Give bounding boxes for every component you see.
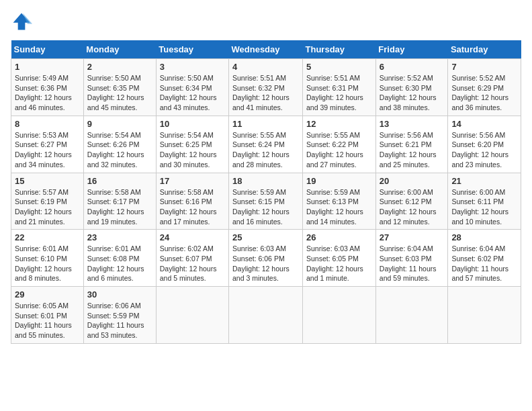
calendar-cell: 11Sunrise: 5:55 AM Sunset: 6:24 PM Dayli… (229, 116, 303, 173)
day-number: 5 (306, 62, 372, 72)
day-number: 12 (306, 119, 372, 129)
calendar-cell: 15Sunrise: 5:57 AM Sunset: 6:19 PM Dayli… (11, 173, 84, 230)
day-detail: Sunrise: 6:04 AM Sunset: 6:03 PM Dayligh… (380, 244, 445, 283)
day-detail: Sunrise: 5:52 AM Sunset: 6:30 PM Dayligh… (380, 73, 445, 113)
day-detail: Sunrise: 5:58 AM Sunset: 6:17 PM Dayligh… (87, 187, 152, 227)
day-number: 6 (380, 62, 445, 72)
logo (11, 11, 35, 32)
calendar-cell: 8Sunrise: 5:53 AM Sunset: 6:27 PM Daylig… (11, 116, 84, 173)
day-number: 16 (87, 176, 152, 186)
day-number: 4 (232, 62, 299, 72)
day-number: 22 (15, 232, 80, 242)
calendar-cell (229, 287, 303, 344)
day-detail: Sunrise: 5:49 AM Sunset: 6:36 PM Dayligh… (15, 73, 80, 113)
day-detail: Sunrise: 5:54 AM Sunset: 6:26 PM Dayligh… (87, 130, 152, 170)
day-detail: Sunrise: 6:05 AM Sunset: 6:01 PM Dayligh… (15, 301, 80, 340)
day-detail: Sunrise: 5:55 AM Sunset: 6:24 PM Dayligh… (232, 130, 299, 170)
day-number: 13 (380, 119, 445, 129)
day-detail: Sunrise: 5:59 AM Sunset: 6:13 PM Dayligh… (306, 187, 372, 227)
calendar-cell: 12Sunrise: 5:55 AM Sunset: 6:22 PM Dayli… (303, 116, 376, 173)
day-number: 17 (160, 176, 225, 186)
day-number: 2 (87, 62, 152, 72)
day-number: 24 (160, 232, 225, 242)
day-detail: Sunrise: 5:51 AM Sunset: 6:32 PM Dayligh… (232, 73, 299, 113)
calendar-cell (156, 287, 228, 344)
day-detail: Sunrise: 5:50 AM Sunset: 6:35 PM Dayligh… (87, 73, 152, 113)
day-detail: Sunrise: 6:01 AM Sunset: 6:08 PM Dayligh… (87, 244, 152, 283)
day-number: 27 (380, 232, 445, 242)
calendar-week-1: 1Sunrise: 5:49 AM Sunset: 6:36 PM Daylig… (11, 59, 521, 116)
day-number: 10 (160, 119, 225, 129)
calendar-week-2: 8Sunrise: 5:53 AM Sunset: 6:27 PM Daylig… (11, 116, 521, 173)
calendar-cell: 24Sunrise: 6:02 AM Sunset: 6:07 PM Dayli… (156, 230, 228, 287)
day-number: 7 (451, 62, 517, 72)
day-detail: Sunrise: 5:57 AM Sunset: 6:19 PM Dayligh… (15, 187, 80, 227)
calendar-cell: 25Sunrise: 6:03 AM Sunset: 6:06 PM Dayli… (229, 230, 303, 287)
day-detail: Sunrise: 5:54 AM Sunset: 6:25 PM Dayligh… (160, 130, 225, 170)
calendar-cell: 10Sunrise: 5:54 AM Sunset: 6:25 PM Dayli… (156, 116, 228, 173)
day-detail: Sunrise: 5:58 AM Sunset: 6:16 PM Dayligh… (160, 187, 225, 227)
calendar-cell: 27Sunrise: 6:04 AM Sunset: 6:03 PM Dayli… (375, 230, 448, 287)
calendar-cell: 17Sunrise: 5:58 AM Sunset: 6:16 PM Dayli… (156, 173, 228, 230)
day-number: 8 (15, 119, 80, 129)
day-number: 1 (15, 62, 80, 72)
day-number: 14 (451, 119, 517, 129)
day-header-monday: Monday (83, 40, 156, 59)
calendar-cell: 23Sunrise: 6:01 AM Sunset: 6:08 PM Dayli… (83, 230, 156, 287)
day-detail: Sunrise: 5:56 AM Sunset: 6:21 PM Dayligh… (380, 130, 445, 170)
day-number: 26 (306, 232, 372, 242)
day-detail: Sunrise: 5:56 AM Sunset: 6:20 PM Dayligh… (451, 130, 517, 170)
day-number: 23 (87, 232, 152, 242)
day-header-wednesday: Wednesday (229, 40, 303, 59)
day-header-saturday: Saturday (448, 40, 521, 59)
calendar-cell: 2Sunrise: 5:50 AM Sunset: 6:35 PM Daylig… (83, 59, 156, 116)
calendar-cell: 26Sunrise: 6:03 AM Sunset: 6:05 PM Dayli… (303, 230, 376, 287)
calendar-cell (375, 287, 448, 344)
calendar-body: 1Sunrise: 5:49 AM Sunset: 6:36 PM Daylig… (11, 59, 521, 344)
calendar-cell (448, 287, 521, 344)
day-number: 28 (451, 232, 517, 242)
calendar-header-row: SundayMondayTuesdayWednesdayThursdayFrid… (11, 40, 521, 59)
day-detail: Sunrise: 5:51 AM Sunset: 6:31 PM Dayligh… (306, 73, 372, 113)
day-detail: Sunrise: 6:02 AM Sunset: 6:07 PM Dayligh… (160, 244, 225, 283)
calendar-cell: 7Sunrise: 5:52 AM Sunset: 6:29 PM Daylig… (448, 59, 521, 116)
day-header-thursday: Thursday (303, 40, 376, 59)
day-number: 9 (87, 119, 152, 129)
day-detail: Sunrise: 6:00 AM Sunset: 6:12 PM Dayligh… (380, 187, 445, 227)
calendar-cell: 4Sunrise: 5:51 AM Sunset: 6:32 PM Daylig… (229, 59, 303, 116)
calendar-week-5: 29Sunrise: 6:05 AM Sunset: 6:01 PM Dayli… (11, 287, 521, 344)
day-detail: Sunrise: 5:59 AM Sunset: 6:15 PM Dayligh… (232, 187, 299, 227)
day-number: 20 (380, 176, 445, 186)
day-number: 21 (451, 176, 517, 186)
calendar-cell: 20Sunrise: 6:00 AM Sunset: 6:12 PM Dayli… (375, 173, 448, 230)
day-header-tuesday: Tuesday (156, 40, 228, 59)
day-number: 29 (15, 289, 80, 300)
day-detail: Sunrise: 5:52 AM Sunset: 6:29 PM Dayligh… (451, 73, 517, 113)
calendar-cell: 1Sunrise: 5:49 AM Sunset: 6:36 PM Daylig… (11, 59, 84, 116)
calendar-cell: 14Sunrise: 5:56 AM Sunset: 6:20 PM Dayli… (448, 116, 521, 173)
day-detail: Sunrise: 6:00 AM Sunset: 6:11 PM Dayligh… (451, 187, 517, 227)
day-number: 18 (232, 176, 299, 186)
calendar-cell: 5Sunrise: 5:51 AM Sunset: 6:31 PM Daylig… (303, 59, 376, 116)
day-detail: Sunrise: 5:53 AM Sunset: 6:27 PM Dayligh… (15, 130, 80, 170)
day-detail: Sunrise: 6:03 AM Sunset: 6:06 PM Dayligh… (232, 244, 299, 283)
day-number: 3 (160, 62, 225, 72)
day-header-friday: Friday (375, 40, 448, 59)
day-number: 15 (15, 176, 80, 186)
calendar-cell: 9Sunrise: 5:54 AM Sunset: 6:26 PM Daylig… (83, 116, 156, 173)
day-number: 11 (232, 119, 299, 129)
day-number: 25 (232, 232, 299, 242)
calendar-table: SundayMondayTuesdayWednesdayThursdayFrid… (11, 40, 521, 344)
day-detail: Sunrise: 6:06 AM Sunset: 5:59 PM Dayligh… (87, 301, 152, 340)
day-detail: Sunrise: 5:50 AM Sunset: 6:34 PM Dayligh… (160, 73, 225, 113)
day-detail: Sunrise: 6:03 AM Sunset: 6:05 PM Dayligh… (306, 244, 372, 283)
calendar-cell: 13Sunrise: 5:56 AM Sunset: 6:21 PM Dayli… (375, 116, 448, 173)
day-header-sunday: Sunday (11, 40, 84, 59)
calendar-header: SundayMondayTuesdayWednesdayThursdayFrid… (11, 40, 521, 59)
day-detail: Sunrise: 5:55 AM Sunset: 6:22 PM Dayligh… (306, 130, 372, 170)
calendar-cell: 30Sunrise: 6:06 AM Sunset: 5:59 PM Dayli… (83, 287, 156, 344)
calendar-week-3: 15Sunrise: 5:57 AM Sunset: 6:19 PM Dayli… (11, 173, 521, 230)
logo-icon (11, 11, 32, 32)
calendar-cell: 16Sunrise: 5:58 AM Sunset: 6:17 PM Dayli… (83, 173, 156, 230)
calendar-cell: 21Sunrise: 6:00 AM Sunset: 6:11 PM Dayli… (448, 173, 521, 230)
